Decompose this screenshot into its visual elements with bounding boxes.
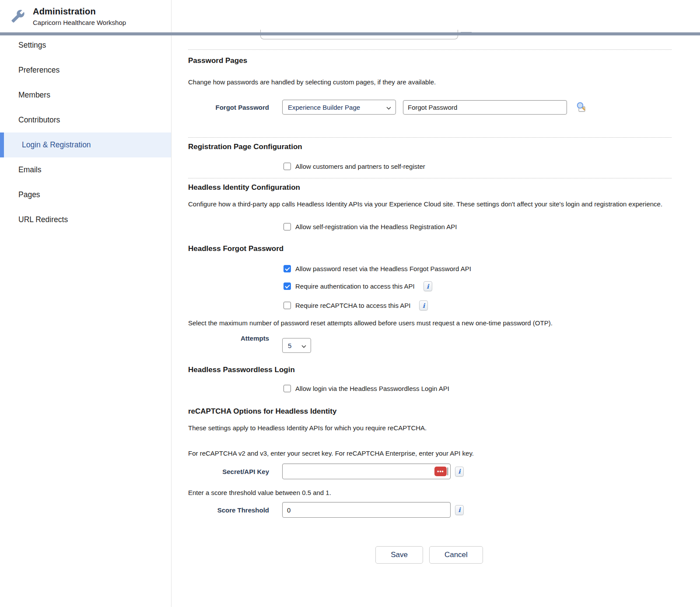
section-title-headless-passwordless: Headless Passwordless Login	[188, 365, 700, 375]
allow-passwordless-login-row: Allow login via the Headless Passwordles…	[172, 385, 700, 392]
sidebar-item-label: Login & Registration	[22, 140, 91, 150]
sidebar-item-preferences[interactable]: Preferences	[0, 58, 171, 83]
checkbox-label: Require reCAPTCHA to access this API	[295, 302, 410, 309]
password-pages-description: Change how passwords are handled by sele…	[188, 78, 669, 87]
chevron-down-icon	[301, 342, 306, 349]
section-title-headless-identity: Headless Identity Configuration	[188, 183, 700, 192]
score-threshold-hint: Enter a score threshold value between 0.…	[188, 488, 669, 497]
sidebar-item-settings[interactable]: Settings	[0, 33, 171, 58]
secret-api-key-label: Secret/API Key	[188, 468, 269, 475]
wrench-icon	[11, 9, 25, 23]
sidebar-item-label: Preferences	[18, 66, 60, 75]
info-icon[interactable]	[419, 300, 428, 310]
forgot-password-page-type-select[interactable]: Experience Builder Page	[282, 100, 396, 115]
sidebar-item-label: Settings	[18, 41, 46, 50]
self-register-row: Allow customers and partners to self-reg…	[172, 163, 700, 170]
self-register-checkbox[interactable]	[284, 163, 291, 170]
top-accent-bar	[0, 32, 700, 35]
score-threshold-row: Score Threshold	[172, 502, 700, 518]
sidebar-item-url-redirects[interactable]: URL Redirects	[0, 207, 171, 232]
headless-self-registration-row: Allow self-registration via the Headless…	[172, 223, 700, 230]
sidebar-item-label: Members	[18, 91, 50, 100]
save-button[interactable]: Save	[375, 546, 423, 564]
headless-identity-description: Configure how a third-party app calls He…	[188, 200, 669, 209]
forgot-password-page-input[interactable]	[403, 100, 567, 115]
layout: Settings Preferences Members Contributor…	[0, 32, 700, 607]
sidebar-item-label: Contributors	[18, 115, 60, 125]
login-registration-panel: Password Pages Change how passwords are …	[172, 32, 700, 607]
info-icon[interactable]	[455, 467, 464, 477]
sidebar-item-members[interactable]: Members	[0, 83, 171, 108]
recaptcha-description: These settings apply to Headless Identit…	[188, 424, 669, 432]
settings-nav: Settings Preferences Members Contributor…	[0, 32, 172, 607]
checkbox-label: Allow password reset via the Headless Fo…	[295, 265, 471, 272]
section-title-registration: Registration Page Configuration	[188, 142, 700, 152]
section-title-recaptcha-options: reCAPTCHA Options for Headless Identity	[188, 407, 700, 416]
divider	[188, 178, 672, 178]
attempts-select[interactable]: 5	[282, 338, 311, 353]
secret-api-key-input[interactable]	[282, 464, 451, 479]
secret-api-key-input-wrap	[282, 464, 451, 479]
chevron-down-icon	[386, 104, 391, 111]
sidebar-item-pages[interactable]: Pages	[0, 182, 171, 207]
score-threshold-label: Score Threshold	[188, 506, 269, 514]
require-authentication-checkbox[interactable]	[284, 282, 291, 290]
attempts-label: Attempts	[188, 335, 269, 342]
divider	[188, 137, 672, 138]
headless-self-registration-checkbox[interactable]	[284, 223, 291, 230]
allow-password-reset-row: Allow password reset via the Headless Fo…	[172, 265, 700, 272]
require-authentication-row: Require authentication to access this AP…	[172, 281, 700, 291]
attempts-value: 5	[288, 342, 291, 349]
forgot-password-row: Forgot Password Experience Builder Page	[172, 100, 700, 115]
sidebar-item-contributors[interactable]: Contributors	[0, 108, 171, 132]
section-title-headless-forgot-password: Headless Forgot Password	[188, 244, 700, 254]
checkbox-label: Allow customers and partners to self-reg…	[295, 163, 425, 170]
require-recaptcha-checkbox[interactable]	[284, 302, 291, 309]
checkbox-label: Require authentication to access this AP…	[295, 282, 415, 290]
info-icon[interactable]	[455, 505, 464, 515]
app-title: Administration	[33, 7, 126, 17]
attempts-row: Attempts 5	[172, 335, 700, 353]
info-icon[interactable]	[424, 281, 432, 291]
section-title-password-pages: Password Pages	[188, 56, 700, 66]
header: Administration Capricorn Healthcare Work…	[0, 0, 700, 32]
checkbox-label: Allow self-registration via the Headless…	[295, 223, 457, 230]
sidebar-item-label: Emails	[18, 165, 42, 174]
attempts-hint: Select the maximum number of password re…	[188, 319, 669, 328]
header-left: Administration Capricorn Healthcare Work…	[0, 0, 172, 32]
administration-window: Administration Capricorn Healthcare Work…	[0, 0, 700, 610]
secret-key-hint: For reCAPTCHA v2 and v3, enter your secr…	[188, 449, 669, 458]
allow-password-reset-checkbox[interactable]	[284, 265, 291, 272]
checkbox-label: Allow login via the Headless Passwordles…	[295, 385, 449, 392]
password-dots-icon[interactable]	[434, 467, 447, 476]
cancel-button[interactable]: Cancel	[429, 546, 483, 564]
header-titles: Administration Capricorn Healthcare Work…	[33, 7, 126, 26]
sidebar-item-emails[interactable]: Emails	[0, 157, 171, 182]
score-threshold-input[interactable]	[282, 502, 451, 518]
allow-passwordless-login-checkbox[interactable]	[284, 385, 291, 392]
selected-page-type: Experience Builder Page	[288, 104, 360, 111]
sidebar-item-label: Pages	[18, 190, 40, 199]
footer-actions: Save Cancel	[172, 546, 700, 564]
site-name: Capricorn Healthcare Workshop	[33, 19, 126, 26]
score-threshold-input-wrap	[282, 502, 451, 518]
forgot-password-label: Forgot Password	[188, 104, 269, 111]
magnifier-lookup-icon[interactable]	[575, 101, 586, 113]
divider	[188, 49, 672, 50]
sidebar-item-label: URL Redirects	[18, 215, 68, 224]
sidebar-item-login-registration[interactable]: Login & Registration	[0, 132, 171, 157]
text-caret	[448, 467, 448, 475]
require-recaptcha-row: Require reCAPTCHA to access this API	[172, 300, 700, 310]
secret-api-key-row: Secret/API Key	[172, 464, 700, 479]
